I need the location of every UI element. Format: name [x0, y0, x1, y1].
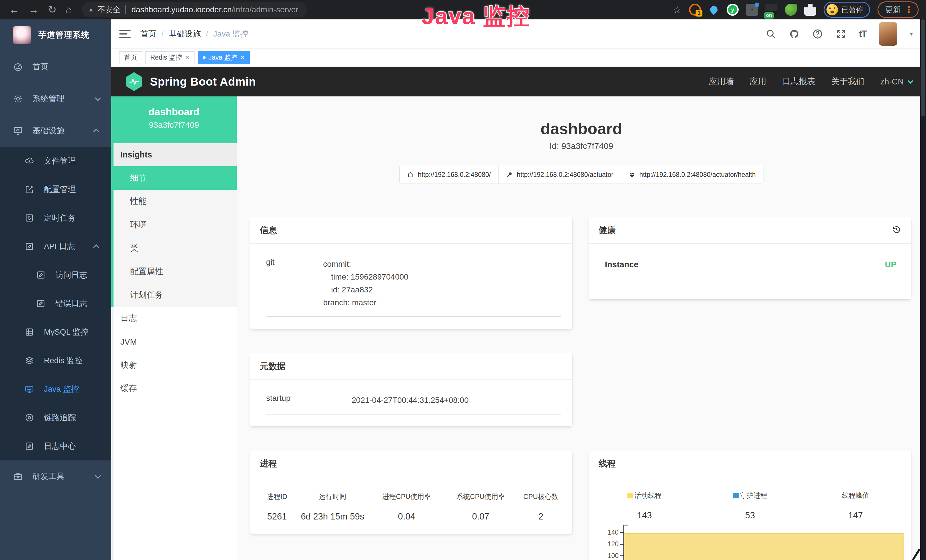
sidebar-item-mysql-monitor[interactable]: MySQL 监控: [0, 318, 111, 346]
sba-menu-logs[interactable]: 日志: [111, 307, 237, 330]
locale-selector[interactable]: zh-CN: [881, 77, 912, 86]
sba-menu-jvm[interactable]: JVM: [111, 330, 237, 353]
stat-value: 53: [697, 510, 803, 521]
extension-pin-icon[interactable]: [709, 5, 719, 15]
extension-grid-icon[interactable]: [746, 4, 758, 16]
sba-menu-classes[interactable]: 类: [111, 236, 237, 260]
font-size-icon[interactable]: tT: [859, 29, 866, 39]
forward-icon[interactable]: →: [29, 5, 39, 15]
tag-redis-monitor[interactable]: Redis 监控×: [145, 51, 195, 64]
reload-icon[interactable]: ↻: [48, 5, 56, 15]
tick-mark: [620, 555, 623, 556]
sidebar-item-error-logs[interactable]: 错误日志: [0, 289, 111, 318]
close-icon[interactable]: ×: [240, 54, 245, 61]
sba-menu-mappings[interactable]: 映射: [111, 353, 237, 377]
address-bar[interactable]: ▲ 不安全 dashboard.yudao.iocoder.cn/infra/a…: [82, 2, 307, 17]
sba-nav-about[interactable]: 关于我们: [831, 76, 864, 87]
sidebar-item-label: Redis 监控: [44, 355, 82, 366]
monitor-icon: [12, 125, 23, 136]
breadcrumb-infrastructure[interactable]: 基础设施: [169, 29, 201, 39]
metadata-card-title: 元数据: [260, 360, 286, 372]
process-card-title: 进程: [260, 458, 277, 469]
profile-paused-chip[interactable]: 已暂停: [824, 2, 870, 18]
note-edit-icon: [35, 298, 46, 309]
instance-header[interactable]: dashboard 93a3fc7f7409: [111, 97, 237, 143]
fullscreen-icon[interactable]: [835, 29, 846, 39]
tag-java-monitor[interactable]: Java 监控×: [198, 51, 250, 64]
sidebar-item-java-monitor[interactable]: Java 监控: [0, 375, 111, 403]
sba-menu-metrics[interactable]: 性能: [111, 190, 237, 213]
history-icon[interactable]: [892, 225, 902, 236]
sidebar-item-redis-monitor[interactable]: Redis 监控: [0, 346, 111, 375]
sidebar-scroll-track[interactable]: [111, 307, 113, 560]
sidebar-item-infrastructure[interactable]: 基础设施: [0, 115, 111, 147]
threads-card: 线程 活动线程143 守护进程53 线程峰值147 140 120 100: [589, 451, 911, 560]
sba-brand-title: Spring Boot Admin: [150, 75, 256, 88]
legend-daemon-threads: 守护进程: [697, 491, 803, 500]
home-icon: [407, 171, 414, 178]
extension-switch-icon[interactable]: on: [766, 4, 778, 16]
sidebar-item-api-logs[interactable]: API 日志: [0, 232, 111, 261]
layers-icon: [24, 355, 35, 366]
sidebar-item-log-center[interactable]: 日志中心: [0, 432, 111, 460]
sba-nav-journal[interactable]: 日志报表: [782, 76, 816, 87]
sba-menu-caches[interactable]: 缓存: [111, 377, 237, 400]
user-avatar[interactable]: [879, 22, 897, 45]
sba-menu-config-props[interactable]: 配置属性: [111, 260, 237, 283]
tag-home[interactable]: 首页: [119, 51, 142, 64]
info-card-title: 信息: [260, 224, 277, 236]
sidebar-item-label: API 日志: [44, 241, 75, 252]
sidebar-item-label: MySQL 监控: [44, 327, 88, 338]
stat-value: 2: [516, 512, 566, 522]
home-icon[interactable]: ⌂: [66, 5, 72, 15]
sba-nav-wallboard[interactable]: 应用墙: [709, 76, 734, 87]
sidebar-item-config-management[interactable]: 配置管理: [0, 175, 111, 204]
app-logo-row[interactable]: 芋道管理系统: [0, 20, 111, 51]
sidebar-item-label: Java 监控: [44, 384, 79, 395]
sidebar-item-home[interactable]: 首页: [0, 51, 111, 83]
github-icon[interactable]: [789, 29, 800, 39]
sba-menu-section-insights[interactable]: Insights: [111, 143, 237, 166]
close-icon[interactable]: ×: [185, 54, 190, 61]
sidebar-item-scheduled-jobs[interactable]: 定时任务: [0, 204, 111, 232]
sidebar-item-label: 首页: [33, 61, 48, 72]
sba-nav-applications[interactable]: 应用: [750, 76, 766, 87]
browser-menu-icon[interactable]: ⋮: [905, 5, 913, 14]
sba-menu-environment[interactable]: 环境: [111, 213, 237, 236]
service-url-button[interactable]: http://192.168.0.2:48080/: [399, 166, 498, 183]
breadcrumb-separator: /: [206, 29, 208, 38]
sidebar-item-access-logs[interactable]: 访问日志: [0, 261, 111, 289]
chevron-up-icon: [93, 244, 99, 250]
breadcrumb-home[interactable]: 首页: [140, 29, 156, 39]
sidebar-item-dev-tools[interactable]: 研发工具: [0, 460, 111, 492]
browser-scrollbar[interactable]: [920, 20, 926, 560]
help-icon[interactable]: [812, 29, 823, 39]
health-url-button[interactable]: http://192.168.0.2:48080/actuator/health: [621, 166, 763, 183]
sidebar-item-file-management[interactable]: 文件管理: [0, 147, 111, 175]
back-icon[interactable]: ←: [9, 5, 20, 15]
sidebar-item-label: 配置管理: [44, 184, 76, 195]
sidebar-item-tracing[interactable]: 链路追踪: [0, 403, 111, 432]
stat-label: 进程CPU使用率: [368, 492, 445, 501]
y-axis-tick: 120: [601, 540, 619, 548]
sba-menu-scheduled-tasks[interactable]: 计划任务: [111, 283, 237, 307]
browser-update-button[interactable]: 更新 ⋮: [878, 2, 918, 18]
tag-label: Java 监控: [209, 53, 237, 62]
extension-y-icon[interactable]: y: [727, 4, 738, 16]
scrollbar-thumb[interactable]: [921, 20, 925, 117]
bookmark-star-icon[interactable]: ☆: [673, 5, 682, 15]
legend-live-threads: 活动线程: [592, 491, 697, 500]
extension-orange-icon[interactable]: 1: [689, 4, 701, 16]
sidebar-toggle[interactable]: [119, 30, 131, 38]
extension-leaf-icon[interactable]: [785, 4, 797, 16]
sba-brand[interactable]: Spring Boot Admin: [126, 72, 256, 91]
sba-navbar: Spring Boot Admin 应用墙 应用 日志报表 关于我们 zh-CN: [111, 67, 926, 97]
actuator-url-button[interactable]: http://192.168.0.2:48080/actuator: [498, 166, 621, 183]
sba-menu-details[interactable]: 细节: [111, 166, 237, 190]
sidebar-item-system[interactable]: 系统管理: [0, 83, 111, 115]
tick-mark: [620, 544, 623, 545]
threads-stats-row: 活动线程143 守护进程53 线程峰值147: [589, 477, 911, 521]
search-icon[interactable]: [766, 29, 776, 39]
extensions-puzzle-icon[interactable]: [804, 4, 816, 16]
avatar-caret-icon[interactable]: ▾: [910, 30, 913, 38]
